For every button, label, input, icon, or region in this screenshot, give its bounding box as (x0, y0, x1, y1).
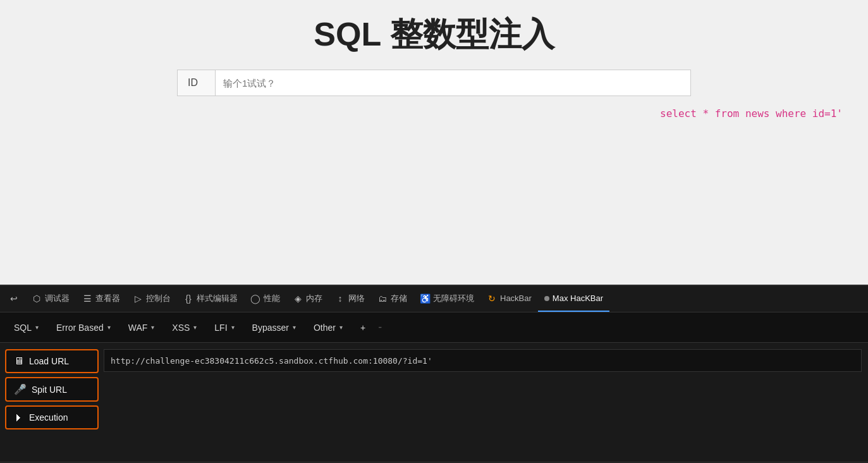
execution-icon: ⏵ (14, 412, 24, 423)
menu-error-based-label: Error Based (56, 323, 104, 333)
tab-storage[interactable]: 🗂 存储 (371, 286, 413, 312)
storage-icon: 🗂 (377, 293, 388, 304)
menu-error-based[interactable]: Error Based ▾ (49, 319, 118, 336)
hackbar-url-area (104, 343, 868, 462)
tab-accessibility[interactable]: ♿ 无障碍环境 (413, 286, 480, 312)
menu-other-label: Other (314, 323, 336, 333)
menu-sql-arrow: ▾ (35, 324, 39, 331)
maxhackbar-dot-icon (544, 296, 549, 301)
back-icon: ↩ (9, 293, 19, 304)
menu-waf-arrow: ▾ (151, 324, 154, 331)
menu-lfi[interactable]: LFI ▾ (207, 319, 241, 336)
devtools-back-button[interactable]: ↩ (3, 286, 25, 312)
performance-icon: ◯ (250, 293, 260, 304)
url-input[interactable] (104, 349, 862, 372)
viewer-icon: ☰ (82, 293, 92, 304)
id-label: ID (178, 70, 216, 96)
console-icon: ▷ (133, 293, 143, 304)
network-icon: ↕ (335, 293, 345, 304)
execution-label: Execution (29, 412, 68, 423)
id-input-form: ID (177, 70, 691, 96)
tab-viewer[interactable]: ☰ 查看器 (76, 286, 126, 312)
menu-waf[interactable]: WAF ▾ (121, 319, 162, 336)
menu-sql-label: SQL (14, 323, 32, 333)
execution-button[interactable]: ⏵ Execution (5, 405, 99, 429)
spit-url-label: Spit URL (32, 385, 67, 395)
tab-memory-label: 内存 (306, 293, 322, 304)
sql-query-display: select * from news where id=1' (0, 96, 868, 120)
menu-lfi-label: LFI (214, 323, 227, 333)
menu-other[interactable]: Other ▾ (306, 319, 350, 336)
tab-storage-label: 存储 (391, 293, 407, 304)
tab-network-label: 网络 (348, 293, 365, 304)
memory-icon: ◈ (293, 293, 303, 304)
main-content-area: SQL 整数型注入 ID select * from news where id… (0, 0, 868, 285)
menu-bypasser[interactable]: Bypasser ▾ (245, 319, 303, 336)
tab-viewer-label: 查看器 (95, 293, 120, 304)
tab-hackbar-label: HackBar (500, 293, 532, 303)
load-url-icon: 🖥 (14, 355, 24, 367)
tab-style-editor[interactable]: {} 样式编辑器 (177, 286, 244, 312)
tab-performance[interactable]: ◯ 性能 (244, 286, 286, 312)
tab-performance-label: 性能 (264, 293, 280, 304)
menu-other-arrow: ▾ (339, 324, 343, 331)
tab-console[interactable]: ▷ 控制台 (126, 286, 177, 312)
hackbar-action-buttons: 🖥 Load URL 🎤 Spit URL ⏵ Execution (0, 343, 104, 462)
devtools-toolbar: ↩ ⬡ 调试器 ☰ 查看器 ▷ 控制台 {} 样式编辑器 ◯ 性能 ◈ 内存 ↕… (0, 285, 868, 312)
page-title: SQL 整数型注入 (0, 0, 868, 70)
tab-hackbar[interactable]: ↻ HackBar (480, 286, 538, 312)
load-url-button[interactable]: 🖥 Load URL (5, 349, 99, 373)
menu-bypasser-arrow: ▾ (293, 324, 296, 331)
menu-xss-label: XSS (172, 323, 190, 333)
menu-xss[interactable]: XSS ▾ (164, 319, 204, 336)
tab-maxhackbar-label: Max HacKBar (553, 293, 603, 303)
tab-memory[interactable]: ◈ 内存 (286, 286, 329, 312)
hackbar-main: 🖥 Load URL 🎤 Spit URL ⏵ Execution (0, 343, 868, 462)
inspector-icon: ⬡ (32, 293, 42, 304)
style-icon: {} (183, 293, 193, 304)
menu-add-label: + (360, 323, 365, 333)
hackbar-menu-bar: SQL ▾ Error Based ▾ WAF ▾ XSS ▾ LFI ▾ By… (0, 312, 868, 343)
spit-url-icon: 🎤 (14, 383, 27, 395)
id-input[interactable] (216, 70, 690, 96)
menu-bypasser-label: Bypasser (252, 323, 289, 333)
load-url-label: Load URL (29, 356, 69, 366)
menu-lfi-arrow: ▾ (231, 324, 235, 331)
accessibility-icon: ♿ (420, 293, 430, 304)
tab-accessibility-label: 无障碍环境 (433, 293, 474, 304)
toolbar-divider: - (376, 321, 384, 334)
tab-inspector-label: 调试器 (45, 293, 70, 304)
menu-waf-label: WAF (128, 323, 148, 333)
tab-console-label: 控制台 (146, 293, 171, 304)
menu-sql[interactable]: SQL ▾ (6, 319, 46, 336)
tab-network[interactable]: ↕ 网络 (329, 286, 371, 312)
tab-style-label: 样式编辑器 (197, 293, 238, 304)
hackbar-icon: ↻ (487, 293, 497, 304)
menu-xss-arrow: ▾ (193, 324, 197, 331)
menu-add[interactable]: + (353, 319, 373, 336)
spit-url-button[interactable]: 🎤 Spit URL (5, 377, 99, 402)
menu-error-based-arrow: ▾ (107, 324, 111, 331)
tab-maxhackbar[interactable]: Max HacKBar (538, 286, 609, 312)
tab-inspector[interactable]: ⬡ 调试器 (25, 286, 76, 312)
